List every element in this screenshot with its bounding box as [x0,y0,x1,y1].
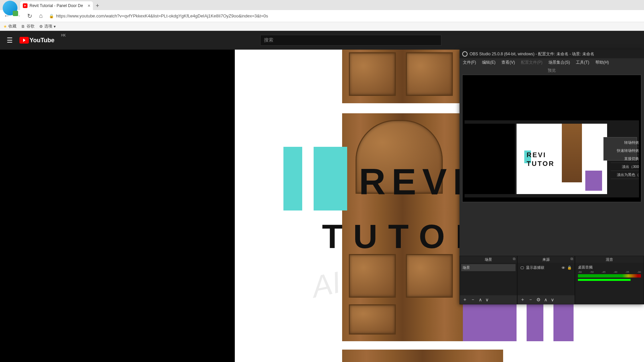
obs-preview-label: 预览 [460,66,644,75]
obs-transition-item[interactable]: 淡出为黑色（ [611,171,639,179]
obs-scenes-controls: ＋ － ∧ ∨ [460,295,517,304]
bookmark-bar: ★收藏 🗎 谷歌 ⚙ 选项 ▾ [0,22,644,31]
obs-menu-help[interactable]: 帮助(H) [595,60,609,65]
video-watermark: AI [309,265,344,304]
cyan-accent [283,147,302,210]
browser-logo-icon [3,1,17,15]
obs-mixer-level [578,279,631,281]
home-icon[interactable]: ⌂ [38,12,44,19]
obs-scenes-title: 场景⧉ [460,256,517,263]
add-icon[interactable]: ＋ [520,297,525,303]
obs-sources-list[interactable]: 🖵 显示器捕获 👁 🔒 [518,263,575,295]
obs-scenes-list[interactable]: 场景 [460,263,517,295]
door-panel [349,254,396,298]
obs-window[interactable]: OBS Studio 25.0.8 (64-bit, windows) - 配置… [460,50,644,304]
obs-mixer-dock: 混音 桌面音频 -60-50-45-40-35-30 [575,256,644,304]
obs-transition-item[interactable]: 淡出（300 [611,163,639,171]
door-panel [406,254,453,298]
obs-mini-text: REVITUTOR [527,150,555,168]
tab-close-icon[interactable]: × [88,3,90,8]
obs-titlebar[interactable]: OBS Studio 25.0.8 (64-bit, windows) - 配置… [460,50,644,58]
tab-title: Revit Tutorial - Panel Door De [30,3,83,8]
obs-menu-profile[interactable]: 配置文件(P) [521,60,542,65]
obs-sources-dock: 来源⧉ 🖵 显示器捕获 👁 🔒 ＋ － ⚙ ∧ [517,256,575,304]
browser-tab-bar: Revit Tutorial - Panel Door De × + [0,0,644,10]
youtube-header: ☰ YouTube HK 搜索 [0,31,644,50]
obs-logo-icon [462,51,468,57]
lock-icon: 🔒 [49,14,54,18]
up-icon[interactable]: ∧ [479,297,482,302]
add-icon[interactable]: ＋ [463,297,467,303]
bookmark-options[interactable]: ⚙ 选项 ▾ [39,23,56,29]
obs-preview[interactable]: REVITUTOR 转场特效 快速转场特效 直接切换 淡出（300 淡出为黑色（ [462,75,641,202]
door-panel [349,304,396,335]
obs-menu-edit[interactable]: 编辑(E) [482,60,495,65]
down-icon[interactable]: ∨ [551,297,554,302]
obs-transition-item[interactable]: 转场特效 [611,139,639,147]
obs-mixer-body: 桌面音频 -60-50-45-40-35-30 [575,263,644,304]
youtube-play-icon [19,37,29,44]
obs-mixer-meter [578,274,641,278]
obs-menu-scenecol[interactable]: 场景集合(S) [548,60,570,65]
obs-transitions-panel: 转场特效 快速转场特效 直接切换 淡出（300 淡出为黑色（ [611,139,641,179]
remove-icon[interactable]: － [528,297,533,303]
obs-mixer-ticks: -60-50-45-40-35-30 [577,270,642,274]
obs-mini-black [465,124,515,194]
reload-icon[interactable]: ↻ [26,12,33,20]
obs-mixer-title: 混音 [575,256,644,263]
search-input[interactable]: 搜索 [260,35,441,46]
video-letterbox [0,50,235,362]
lock-icon[interactable]: 🔒 [567,265,572,270]
page-content: ☰ YouTube HK 搜索 [0,31,644,362]
door-graphic [342,50,463,103]
obs-menubar: 文件(F) 编辑(E) 查看(V) 配置文件(P) 场景集合(S) 工具(T) … [460,58,644,66]
cyan-accent [314,147,347,210]
obs-docks: 场景⧉ 场景 ＋ － ∧ ∨ 来源⧉ 🖵 [460,256,644,304]
obs-sources-title: 来源⧉ [518,256,575,263]
obs-scenes-dock: 场景⧉ 场景 ＋ － ∧ ∨ [460,256,517,304]
bookmark-google[interactable]: 🗎 谷歌 [21,23,35,29]
bookmark-favorites[interactable]: ★收藏 [3,23,16,29]
door-graphic [342,350,503,362]
youtube-logo[interactable]: YouTube [19,37,54,44]
gear-icon[interactable]: ⚙ [536,297,541,302]
obs-menu-view[interactable]: 查看(V) [501,60,515,65]
down-icon[interactable]: ∨ [485,297,489,302]
obs-title-text: OBS Studio 25.0.8 (64-bit, windows) - 配置… [470,51,594,57]
door-panel [349,52,396,96]
obs-transition-item[interactable]: 直接切换 [611,155,639,163]
youtube-favicon-icon [23,3,28,8]
obs-sources-controls: ＋ － ⚙ ∧ ∨ [518,295,575,304]
url-text: https://www.youtube.com/watch?v=qvfYPkke… [56,13,268,18]
obs-transition-item[interactable]: 快速转场特效 [611,147,639,155]
up-icon[interactable]: ∧ [544,297,547,302]
obs-scene-item[interactable]: 场景 [461,264,516,271]
star-icon: ★ [3,24,7,29]
dock-popout-icon[interactable]: ⧉ [513,257,516,261]
address-bar[interactable]: 🔒 https://www.youtube.com/watch?v=qvfYPk… [49,13,268,18]
door-panel [406,52,453,96]
browser-nav-bar: ← → ↻ ⌂ 🔒 https://www.youtube.com/watch?… [0,10,644,22]
remove-icon[interactable]: － [471,297,475,303]
youtube-region: HK [61,34,66,37]
dock-popout-icon[interactable]: ⧉ [571,257,573,261]
obs-mini-purple [585,171,602,191]
obs-mixer-channel: 桌面音频 [577,264,642,270]
new-tab-button[interactable]: + [93,1,102,10]
obs-menu-file[interactable]: 文件(F) [463,60,476,65]
visibility-icon[interactable]: 👁 [561,266,565,270]
browser-tab[interactable]: Revit Tutorial - Panel Door De × [20,1,93,10]
obs-menu-tools[interactable]: 工具(T) [576,60,589,65]
monitor-icon: 🖵 [520,266,524,270]
menu-icon[interactable]: ☰ [7,36,13,44]
obs-source-item[interactable]: 🖵 显示器捕获 👁 🔒 [519,264,573,271]
obs-mini-door [562,124,582,182]
